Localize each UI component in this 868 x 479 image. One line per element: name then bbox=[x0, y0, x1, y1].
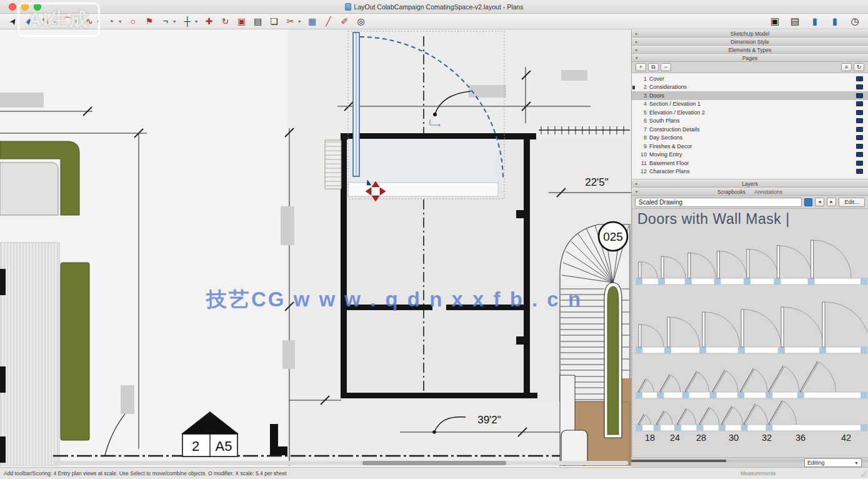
panel-header-sketchup-model[interactable]: ▸ SketchUp Model bbox=[632, 29, 868, 38]
scrapbook-preview[interactable]: Doors with Wall Mask | 18 24 28 30 32 36… bbox=[632, 209, 868, 456]
page-thumb-icon[interactable] bbox=[856, 127, 863, 132]
door-row-open-large[interactable] bbox=[635, 400, 867, 434]
rotate-tool-icon[interactable]: ↻ bbox=[219, 14, 232, 28]
split-tool-icon[interactable]: ✂ bbox=[284, 14, 297, 28]
zoom-window-button[interactable] bbox=[34, 3, 41, 11]
panel-header-elements-types[interactable]: ▸ Elements & Types bbox=[632, 46, 868, 54]
page-row[interactable]: 6South Plans bbox=[632, 117, 868, 126]
page-row[interactable]: 11Basement Floor bbox=[632, 159, 868, 168]
tool-dropdown-caret[interactable]: ▼ bbox=[52, 19, 57, 24]
insert-image-tool-icon[interactable]: ▣ bbox=[235, 14, 249, 28]
disclosure-icon: ▸ bbox=[636, 31, 638, 36]
canvas-hscrollbar[interactable] bbox=[53, 461, 628, 465]
tool-dropdown-caret[interactable]: ▼ bbox=[74, 19, 79, 24]
scrapbook-next-button[interactable]: ▸ bbox=[827, 198, 836, 206]
document-blue-1-icon[interactable]: ▮ bbox=[808, 14, 822, 28]
page-row-selected[interactable]: 3Doors bbox=[632, 91, 868, 100]
delete-page-button[interactable]: – bbox=[661, 63, 671, 71]
title-bar: LayOut ColabCampaign ComatingSpace-v2.la… bbox=[0, 0, 868, 14]
circle-tool-icon[interactable]: ○ bbox=[126, 14, 140, 28]
door-size-label: 32 bbox=[762, 433, 772, 443]
door-row-open-small[interactable] bbox=[635, 354, 867, 401]
tool-dropdown-caret[interactable]: ▼ bbox=[96, 19, 101, 24]
freehand-tool-icon[interactable]: ∿ bbox=[82, 14, 96, 28]
door-row-closed-large[interactable] bbox=[635, 286, 867, 356]
floor-plan-svg[interactable]: 22'5" 39'2" bbox=[0, 29, 631, 466]
tool-dropdown-caret[interactable]: ▼ bbox=[172, 19, 177, 24]
main-toolbar: ➤◆✎▼⌒▼∿▼◔▼○⚑¬▼┼▼✚↻▣▤❏✂▼▦╱✐◎ ▣▤▮▮◷ bbox=[0, 14, 868, 29]
page-thumb-icon[interactable] bbox=[856, 118, 863, 123]
page-row[interactable]: 1Cover bbox=[632, 74, 868, 83]
page-thumb-icon[interactable] bbox=[856, 76, 863, 81]
resize-grip-icon[interactable]: ◿ bbox=[861, 469, 866, 477]
arc-tool-icon[interactable]: ⌒ bbox=[61, 14, 74, 28]
page-row[interactable]: 4Section / Elevation 1 bbox=[632, 100, 868, 109]
table-tool-icon[interactable]: ▦ bbox=[306, 14, 319, 28]
panel-header-pages[interactable]: ▾ Pages bbox=[632, 54, 868, 62]
status-bar: Add toolbar/Scoring: 4 Entry plan views … bbox=[0, 467, 868, 479]
page-thumb-icon[interactable] bbox=[856, 161, 863, 166]
corner-line-tool-icon[interactable]: ¬ bbox=[159, 14, 172, 28]
page-thumb-icon[interactable] bbox=[856, 84, 863, 89]
scrapbook-edit-button[interactable]: Edit... bbox=[839, 198, 865, 207]
tool-dropdown-caret[interactable]: ▼ bbox=[297, 19, 302, 24]
select-tool-icon[interactable]: ➤ bbox=[4, 12, 23, 31]
circle-arc-tool-icon[interactable]: ◔ bbox=[104, 14, 118, 28]
page-row[interactable]: 12Character Plans bbox=[632, 168, 868, 176]
tool-dropdown-caret[interactable]: ▼ bbox=[194, 19, 199, 24]
dimension-tool-icon[interactable]: ┼ bbox=[181, 14, 194, 28]
tool-dropdown-caret[interactable]: ▼ bbox=[118, 19, 122, 24]
add-page-icon[interactable]: ▤ bbox=[788, 14, 802, 28]
page-thumb-icon[interactable] bbox=[856, 93, 863, 98]
style-tool-icon[interactable]: ◆ bbox=[22, 14, 36, 28]
door-size-label: 24 bbox=[670, 433, 680, 443]
document-blue-2-icon[interactable]: ▮ bbox=[828, 14, 842, 28]
page-thumb-icon[interactable] bbox=[856, 144, 863, 149]
scrapbook-thumbnail-icon[interactable] bbox=[804, 198, 812, 206]
measurements-box[interactable]: Measurements bbox=[741, 470, 776, 476]
eyedropper-tool-icon[interactable]: ╱ bbox=[322, 14, 336, 28]
door-row-closed-small[interactable] bbox=[635, 231, 867, 288]
page-row[interactable]: 2Considerations bbox=[632, 83, 868, 92]
page-row[interactable]: 8Day Sections bbox=[632, 134, 868, 143]
page-row[interactable]: 9Finishes & Decor bbox=[632, 142, 868, 151]
drawing-canvas[interactable]: 22'5" 39'2" bbox=[0, 29, 631, 466]
panel-header-scrapbooks[interactable]: ▾ Scrapbooks Annotations bbox=[632, 188, 868, 196]
polygon-tool-icon[interactable]: ⚑ bbox=[142, 14, 156, 28]
line-tool-icon[interactable]: ✎ bbox=[39, 14, 52, 28]
scrapbook-hscrollbar-thumb[interactable] bbox=[631, 460, 726, 462]
toolbar-tools: ➤◆✎▼⌒▼∿▼◔▼○⚑¬▼┼▼✚↻▣▤❏✂▼▦╱✐◎ bbox=[6, 14, 368, 28]
canvas-hscrollbar-thumb[interactable] bbox=[362, 461, 506, 465]
right-tray: ▸ SketchUp Model ▸ Dimension Style ▸ Ele… bbox=[631, 29, 868, 467]
planter-band-left bbox=[61, 263, 89, 440]
list-view-button[interactable]: ≡ bbox=[841, 63, 852, 71]
scrapbook-zoom-dropdown[interactable]: Editing ▼ bbox=[804, 458, 862, 467]
door-size-label: 30 bbox=[729, 433, 739, 443]
move-tool-icon[interactable]: ✚ bbox=[202, 14, 216, 28]
panel-header-dimension-style[interactable]: ▸ Dimension Style bbox=[632, 38, 868, 46]
duplicate-page-button[interactable]: ⧉ bbox=[648, 63, 659, 71]
add-page-button[interactable]: + bbox=[636, 63, 646, 71]
refresh-button[interactable]: ↻ bbox=[854, 63, 864, 71]
history-icon[interactable]: ◷ bbox=[848, 14, 862, 28]
presentation-icon[interactable]: ▣ bbox=[768, 14, 782, 28]
label-tool-icon[interactable]: ❏ bbox=[267, 14, 281, 28]
page-row[interactable]: 10Moving Entry bbox=[632, 151, 868, 159]
page-row[interactable]: 7Construction Details bbox=[632, 125, 868, 134]
page-thumb-icon[interactable] bbox=[856, 135, 863, 140]
scrapbook-prev-button[interactable]: ◂ bbox=[815, 198, 824, 206]
left-plan bbox=[0, 141, 89, 466]
pen-tool-icon[interactable]: ✐ bbox=[338, 14, 352, 28]
panel-header-layers[interactable]: ▸ Layers bbox=[632, 179, 868, 188]
page-thumb-icon[interactable] bbox=[856, 110, 863, 115]
close-window-button[interactable] bbox=[9, 3, 16, 11]
page-thumb-icon[interactable] bbox=[856, 152, 863, 157]
scrapbook-title: Doors with Wall Mask | bbox=[637, 211, 790, 228]
scrapbook-collection-select[interactable]: Scaled Drawing bbox=[635, 198, 802, 207]
zoom-tool-icon[interactable]: ◎ bbox=[354, 14, 368, 28]
page-tool-icon[interactable]: ▤ bbox=[251, 14, 265, 28]
minimize-window-button[interactable] bbox=[21, 3, 29, 11]
page-row[interactable]: 5Elevation / Elevation 2 bbox=[632, 108, 868, 117]
page-thumb-icon[interactable] bbox=[856, 169, 863, 174]
page-thumb-icon[interactable] bbox=[856, 101, 863, 106]
